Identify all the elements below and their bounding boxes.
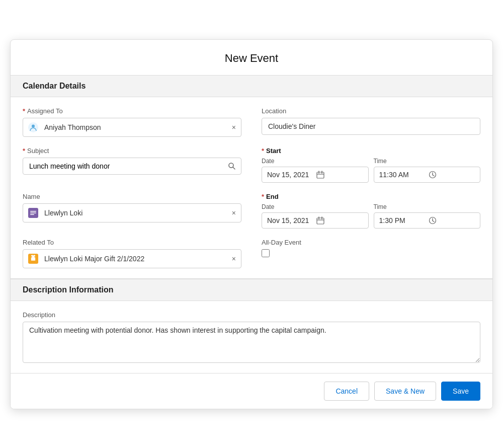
location-group: Location: [262, 107, 480, 137]
start-date-time-row: Date Nov 15, 2021: [262, 158, 480, 183]
svg-point-1: [32, 124, 35, 127]
calendar-details-grid: * Assigned To Aniyah Thompson ×: [23, 107, 480, 268]
page-title: New Event: [11, 40, 492, 75]
start-time-value: 11:30 AM: [379, 171, 426, 179]
svg-rect-13: [30, 212, 36, 213]
name-field[interactable]: Llewlyn Loki ×: [23, 203, 241, 222]
all-day-label: All-Day Event: [262, 239, 480, 246]
gift-icon: [23, 250, 42, 268]
end-time-label: Time: [374, 203, 481, 210]
name-group: Name Llewlyn Loki ×: [23, 193, 241, 229]
cancel-button[interactable]: Cancel: [324, 382, 369, 401]
start-date-input[interactable]: Nov 15, 2021: [262, 167, 369, 183]
description-input[interactable]: Cultivation meeting with potential donor…: [23, 322, 480, 363]
start-required-star: *: [262, 147, 264, 155]
end-label: * End: [262, 193, 480, 200]
start-date-field: Date Nov 15, 2021: [262, 158, 369, 183]
start-date-value: Nov 15, 2021: [267, 171, 313, 179]
modal-footer: Cancel Save & New Save: [11, 373, 492, 409]
end-date-input[interactable]: Nov 15, 2021: [262, 212, 369, 229]
svg-line-3: [233, 167, 235, 169]
assigned-to-value: Aniyah Thompson: [42, 119, 227, 135]
subject-field[interactable]: [23, 158, 241, 175]
location-label: Location: [262, 107, 480, 115]
start-calendar-icon[interactable]: [316, 171, 363, 179]
name-label: Name: [23, 193, 241, 200]
related-to-value: Llewlyn Loki Major Gift 2/1/2022: [42, 251, 227, 267]
subject-input[interactable]: [23, 158, 223, 174]
end-time-value: 1:30 PM: [379, 216, 426, 225]
all-day-checkbox[interactable]: [262, 249, 270, 257]
calendar-details-section-header: Calendar Details: [11, 75, 492, 97]
start-time-field: Time 11:30 AM: [374, 158, 481, 183]
svg-rect-14: [30, 214, 34, 215]
related-to-field[interactable]: Llewlyn Loki Major Gift 2/1/2022 ×: [23, 249, 241, 268]
description-body: Description Cultivation meeting with pot…: [11, 301, 492, 373]
location-input[interactable]: [262, 118, 480, 135]
subject-required-star: *: [23, 147, 25, 155]
new-event-modal: New Event Calendar Details * Assigned To: [10, 39, 493, 409]
description-section-header: Description Information: [11, 279, 492, 301]
start-group: * Start Date Nov 15, 2021: [262, 147, 480, 183]
related-to-label: Related To: [23, 239, 241, 246]
calendar-details-body: * Assigned To Aniyah Thompson ×: [11, 97, 492, 278]
description-label: Description: [23, 311, 480, 319]
end-time-input[interactable]: 1:30 PM: [374, 212, 481, 229]
start-time-label: Time: [374, 158, 481, 165]
assigned-to-label: * Assigned To: [23, 107, 241, 115]
svg-rect-24: [33, 256, 34, 260]
user-icon: [23, 118, 42, 136]
end-required-star: *: [262, 193, 264, 200]
save-new-button[interactable]: Save & New: [374, 382, 436, 401]
all-day-checkbox-wrap: [262, 249, 480, 257]
start-label: * Start: [262, 147, 480, 155]
end-date-value: Nov 15, 2021: [267, 216, 313, 225]
svg-rect-12: [30, 211, 36, 212]
svg-line-21: [433, 220, 434, 221]
assigned-to-clear-icon[interactable]: ×: [227, 119, 241, 135]
description-group: Description Cultivation meeting with pot…: [23, 311, 480, 363]
assigned-to-required-star: *: [23, 107, 25, 115]
save-button[interactable]: Save: [441, 382, 480, 401]
start-clock-icon[interactable]: [429, 171, 475, 179]
end-time-field: Time 1:30 PM: [374, 203, 481, 229]
end-date-label: Date: [262, 203, 369, 210]
assigned-to-field[interactable]: Aniyah Thompson ×: [23, 118, 241, 137]
end-date-time-row: Date Nov 15, 2021: [262, 203, 480, 229]
subject-group: * Subject: [23, 147, 241, 183]
subject-label: * Subject: [23, 147, 241, 155]
subject-search-icon[interactable]: [223, 158, 241, 174]
end-clock-icon[interactable]: [429, 216, 475, 225]
svg-rect-4: [317, 172, 324, 178]
start-date-label: Date: [262, 158, 369, 165]
svg-rect-15: [317, 218, 324, 224]
end-group: * End Date Nov 15, 2021: [262, 193, 480, 229]
end-date-field: Date Nov 15, 2021: [262, 203, 369, 229]
all-day-group: All-Day Event: [262, 239, 480, 268]
assigned-to-group: * Assigned To Aniyah Thompson ×: [23, 107, 241, 137]
name-value: Llewlyn Loki: [42, 205, 227, 221]
contact-icon: [23, 204, 42, 222]
name-clear-icon[interactable]: ×: [227, 205, 241, 221]
svg-line-10: [433, 175, 434, 176]
related-to-group: Related To Llewlyn Loki Major Gift 2/1/2…: [23, 239, 241, 268]
end-calendar-icon[interactable]: [316, 216, 363, 225]
start-time-input[interactable]: 11:30 AM: [374, 167, 481, 183]
related-to-clear-icon[interactable]: ×: [227, 251, 241, 267]
